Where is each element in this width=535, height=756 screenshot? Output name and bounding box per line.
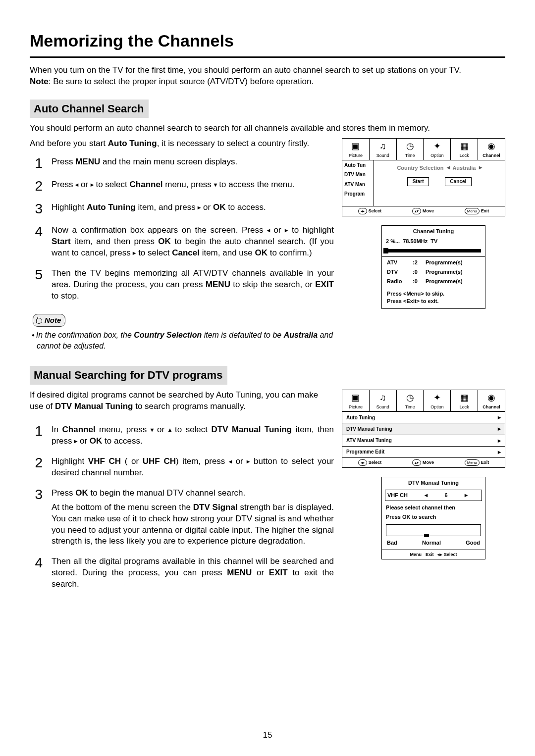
step-body: Then the TV begins memorizing all ATV/DT… [52, 268, 334, 302]
picture-icon: ▣ [342, 140, 369, 152]
hint-move: Move [423, 208, 434, 213]
ch-label: VHF CH [387, 492, 408, 499]
chevron-right-icon: ▸ [498, 448, 501, 456]
left-arrow-icon[interactable]: ◂ [425, 492, 428, 499]
tab-label: Sound [370, 404, 396, 411]
vhf-ch-row[interactable]: VHF CH ◂ 6 ▸ [385, 490, 482, 501]
tuning-tip-exit: Press <Exit> to exit. [387, 298, 480, 305]
tab-picture[interactable]: ▣Picture [342, 390, 370, 411]
step-body: In Channel menu, press ▾ or ▴ to select … [52, 424, 334, 447]
section-heading-auto-channel-search: Auto Channel Search [30, 100, 149, 118]
tab-label: Sound [370, 152, 396, 159]
step-number: 4 [30, 556, 43, 590]
step-number: 3 [30, 202, 43, 216]
osd-auto-tuning-confirm: ▣Picture♫Sound◷Time✦Option▦Lock◉Channel … [342, 138, 505, 216]
menu-item[interactable]: ATV Manual Tuning▸ [342, 435, 505, 446]
section-heading-manual-dtv: Manual Searching for DTV programs [30, 366, 227, 385]
tab-sound[interactable]: ♫Sound [370, 139, 397, 159]
tab-label: Time [397, 152, 424, 159]
page-number: 15 [0, 730, 535, 741]
tab-channel[interactable]: ◉Channel [478, 139, 505, 159]
tab-time[interactable]: ◷Time [397, 390, 424, 411]
menu-pill-icon: Menu [465, 459, 480, 466]
sidebar-item[interactable]: Program [342, 189, 374, 199]
tab-lock[interactable]: ▦Lock [451, 139, 478, 159]
lock-icon: ▦ [451, 391, 478, 404]
step: 3Press OK to begin the manual DTV channe… [30, 488, 334, 548]
country-label: Country Selection [397, 165, 443, 171]
tab-picture[interactable]: ▣Picture [342, 139, 370, 159]
ch-value: 6 [444, 492, 447, 499]
tab-lock[interactable]: ▦Lock [451, 390, 478, 411]
step-number: 3 [30, 488, 43, 548]
hint-select: Select [369, 460, 382, 465]
chevron-right-icon: ▸ [498, 425, 501, 433]
intro-note-label: Note [30, 77, 49, 86]
exit-pill-icon: Exit [426, 552, 434, 557]
step-number: 1 [30, 156, 43, 170]
tab-label: Time [397, 404, 424, 411]
step-body: Press MENU and the main menu screen disp… [52, 156, 334, 170]
channel-icon: ◉ [478, 391, 505, 404]
lr-icon: ◂▸ [358, 459, 367, 466]
tab-option[interactable]: ✦Option [424, 139, 451, 159]
tab-time[interactable]: ◷Time [397, 139, 424, 159]
t: Australia [284, 331, 318, 339]
picture-icon: ▣ [342, 391, 369, 404]
chevron-right-icon: ▸ [498, 437, 501, 445]
tab-label: Option [424, 152, 450, 159]
tab-label: Lock [451, 404, 478, 411]
t: In the confirmation box, the [36, 331, 134, 339]
step: 3Highlight Auto Tuning item, and press ▸… [30, 202, 334, 216]
t: to search programs manually. [133, 402, 245, 411]
tab-channel[interactable]: ◉Channel [478, 390, 505, 411]
step: 2Press ◂ or ▸ to select Channel menu, pr… [30, 179, 334, 193]
tab-label: Lock [451, 152, 478, 159]
signal-strength-bar [386, 524, 481, 536]
tab-label: Channel [478, 404, 505, 411]
sound-icon: ♫ [370, 140, 396, 152]
tuning-band: TV [430, 238, 437, 245]
t: item is defaulted to be [202, 331, 283, 339]
programme-row: Radio:0Programme(s) [382, 277, 485, 286]
hint-select: Select [369, 208, 382, 213]
tab-option[interactable]: ✦Option [424, 390, 451, 411]
section1-lead1: You should perform an auto channel searc… [30, 123, 505, 134]
menu-item[interactable]: Programme Edit▸ [342, 446, 505, 457]
menu-pill-icon: Menu [465, 208, 480, 214]
step: 1Press MENU and the main menu screen dis… [30, 156, 334, 170]
step-number: 5 [30, 268, 43, 302]
tab-label: Channel [478, 152, 505, 159]
osd-dtv-manual-tuning: DTV Manual Tuning VHF CH ◂ 6 ▸ Please se… [381, 477, 485, 559]
section2-lead: If desired digital programs cannot be se… [30, 390, 334, 412]
lock-icon: ▦ [451, 140, 478, 152]
time-icon: ◷ [397, 140, 424, 152]
menu-item[interactable]: Auto Tuning▸ [342, 411, 505, 423]
tab-label: Picture [342, 152, 369, 159]
sound-icon: ♫ [370, 391, 396, 404]
mtuning-title: DTV Manual Tuning [382, 477, 485, 489]
start-button[interactable]: Start [407, 177, 429, 186]
tab-label: Picture [342, 404, 369, 411]
step-body: Now a confirmation box appears on the sc… [52, 225, 334, 259]
sidebar-item[interactable]: DTV Man [342, 170, 374, 180]
step: 4Now a confirmation box appears on the s… [30, 225, 334, 259]
menu-item[interactable]: DTV Manual Tuning▸ [342, 423, 505, 434]
hint-exit: Exit [481, 208, 489, 213]
tab-label: Option [424, 404, 450, 411]
tab-sound[interactable]: ♫Sound [370, 390, 397, 411]
section1-lead2: And before you start Auto Tuning, it is … [30, 138, 334, 150]
right-arrow-icon[interactable]: ▸ [465, 492, 468, 499]
sidebar-item[interactable]: Auto Tun [342, 160, 374, 170]
time-icon: ◷ [397, 391, 424, 404]
t: DTV Manual Tuning [55, 402, 133, 411]
intro-line1: When you turn on the TV for the first ti… [30, 65, 461, 75]
osd-hints: ◂▸Select ▴▾Move MenuExit [342, 206, 505, 216]
step-body: Highlight Auto Tuning item, and press ▸ … [52, 202, 334, 216]
step-body: Then all the digital programs available … [52, 556, 334, 590]
right-arrow-icon: ▸ [479, 164, 482, 171]
step: 2Highlight VHF CH ( or UHF CH) item, pre… [30, 456, 334, 479]
note-pill: Note [33, 314, 65, 327]
cancel-button[interactable]: Cancel [445, 177, 472, 186]
sidebar-item[interactable]: ATV Man [342, 180, 374, 190]
